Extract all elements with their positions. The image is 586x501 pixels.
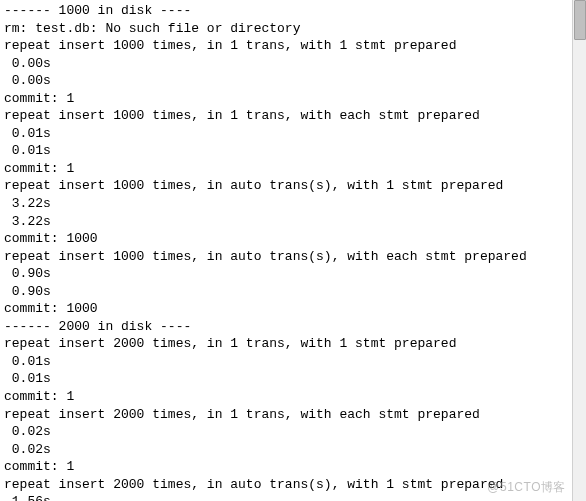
terminal-line: ------ 2000 in disk ---- — [4, 318, 582, 336]
terminal-line: repeat insert 1000 times, in auto trans(… — [4, 177, 582, 195]
terminal-line: 0.02s — [4, 423, 582, 441]
terminal-line: commit: 1 — [4, 388, 582, 406]
terminal-line: commit: 1 — [4, 160, 582, 178]
terminal-line: 0.01s — [4, 125, 582, 143]
terminal-line: commit: 1000 — [4, 230, 582, 248]
terminal-line: 3.22s — [4, 195, 582, 213]
terminal-output: ------ 1000 in disk ----rm: test.db: No … — [0, 0, 586, 501]
terminal-line: 0.90s — [4, 265, 582, 283]
terminal-line: repeat insert 1000 times, in 1 trans, wi… — [4, 107, 582, 125]
terminal-line: 0.01s — [4, 353, 582, 371]
terminal-line: ------ 1000 in disk ---- — [4, 2, 582, 20]
terminal-line: repeat insert 1000 times, in 1 trans, wi… — [4, 37, 582, 55]
terminal-line: repeat insert 2000 times, in 1 trans, wi… — [4, 406, 582, 424]
terminal-line: 1.56s — [4, 493, 582, 501]
terminal-line: commit: 1 — [4, 458, 582, 476]
terminal-line: 0.01s — [4, 370, 582, 388]
terminal-line: commit: 1000 — [4, 300, 582, 318]
terminal-line: commit: 1 — [4, 90, 582, 108]
scrollbar-thumb[interactable] — [574, 0, 586, 40]
terminal-line: rm: test.db: No such file or directory — [4, 20, 582, 38]
terminal-line: 0.01s — [4, 142, 582, 160]
terminal-line: 0.00s — [4, 72, 582, 90]
terminal-line: 3.22s — [4, 213, 582, 231]
terminal-line: 0.00s — [4, 55, 582, 73]
terminal-line: 0.02s — [4, 441, 582, 459]
terminal-line: repeat insert 2000 times, in 1 trans, wi… — [4, 335, 582, 353]
terminal-line: 0.90s — [4, 283, 582, 301]
terminal-line: repeat insert 1000 times, in auto trans(… — [4, 248, 582, 266]
terminal-line: repeat insert 2000 times, in auto trans(… — [4, 476, 582, 494]
scrollbar-track[interactable] — [572, 0, 586, 501]
